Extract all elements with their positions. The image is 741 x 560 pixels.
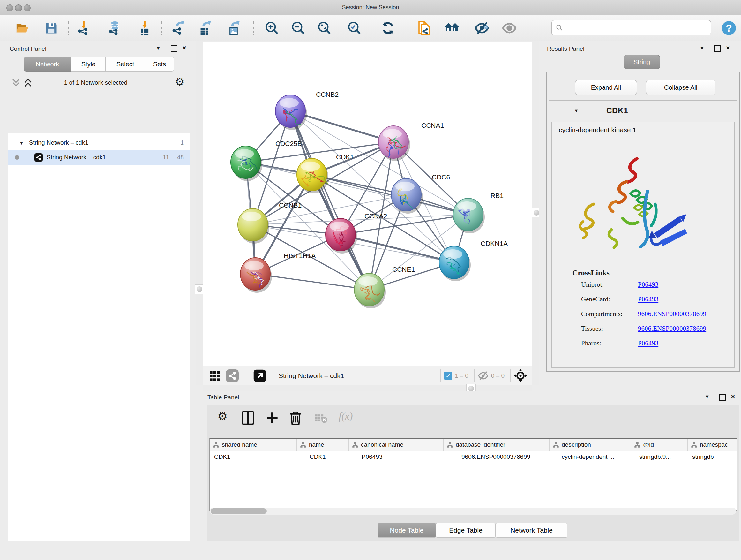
network-node-CCNB1[interactable]: CCNB1	[238, 201, 301, 244]
table-cell[interactable]: stringdb	[688, 451, 737, 463]
tab-network[interactable]: Network	[23, 57, 71, 71]
table-panel-float-button[interactable]: ▼	[704, 394, 710, 400]
network-node-CCNA2[interactable]: CCNA2	[326, 212, 387, 253]
network-view-toolbar: String Network – cdk1 ✓ 1 – 0 0 – 0	[203, 366, 532, 385]
search-input[interactable]	[563, 24, 705, 32]
zoom-fit-button[interactable]	[316, 20, 333, 37]
results-panel-close-button[interactable]: ×	[726, 45, 730, 51]
table-panel-maximize-button[interactable]	[719, 394, 726, 401]
network-node-CDC25B[interactable]: CDC25B	[231, 140, 302, 181]
network-node-CCNE1[interactable]: CCNE1	[354, 266, 415, 308]
zoom-in-button[interactable]	[264, 20, 280, 37]
network-node-RB1[interactable]: RB1	[453, 192, 503, 233]
control-panel-close-button[interactable]: ×	[183, 45, 186, 51]
save-session-button[interactable]	[43, 20, 60, 37]
network-options-gear-icon[interactable]: ⚙	[175, 75, 185, 88]
chevron-double-up-icon	[23, 78, 32, 87]
show-columns-icon[interactable]	[242, 411, 254, 425]
crosslink-value[interactable]: 9606.ENSP00000378699	[638, 310, 706, 318]
collection-label: String Network – cdk1	[29, 139, 88, 146]
table-gear-icon[interactable]: ⚙	[217, 410, 227, 423]
open-session-button[interactable]	[14, 20, 31, 37]
export-image-button[interactable]	[225, 20, 242, 37]
expand-all-networks-button[interactable]	[23, 78, 32, 89]
selected-checkbox[interactable]: ✓	[444, 372, 452, 380]
delete-column-icon[interactable]	[289, 410, 301, 425]
collapse-gene-icon[interactable]: ▼	[574, 108, 579, 114]
export-table-button[interactable]	[197, 20, 213, 37]
column-header[interactable]: database identifier	[444, 439, 549, 451]
string-import-button[interactable]	[416, 20, 432, 37]
tab-sets[interactable]: Sets	[145, 57, 174, 71]
results-panel-maximize-button[interactable]	[714, 45, 721, 52]
column-type-icon	[213, 442, 219, 448]
network-node-CDK1[interactable]: CDK1	[297, 153, 354, 193]
network-canvas[interactable]: CCNB2CCNA1CDC25BCDK1CDC6RB1CCNB1CCNA2CDK…	[203, 42, 532, 366]
table-cell[interactable]: 9606.ENSP00000378699	[444, 451, 549, 463]
network-collection-row[interactable]: ▼ String Network – cdk1 1	[8, 135, 190, 150]
table-cell[interactable]: cyclin-dependent ...	[549, 451, 631, 463]
left-splitter[interactable]	[196, 41, 203, 385]
right-splitter[interactable]	[532, 41, 539, 385]
open-in-new-window-icon[interactable]	[253, 369, 266, 382]
column-header[interactable]: shared name	[210, 439, 297, 451]
zoom-selected-icon	[347, 21, 362, 36]
crosslink-value[interactable]: 9606.ENSP00000378699	[638, 325, 706, 333]
collapse-all-networks-button[interactable]	[11, 78, 20, 89]
tab-network-table[interactable]: Network Table	[495, 523, 567, 538]
separator	[474, 369, 475, 382]
table-hscrollbar-thumb[interactable]	[211, 508, 267, 514]
table-cell[interactable]: CDK1	[297, 451, 349, 463]
results-panel-float-button[interactable]: ▼	[699, 45, 704, 51]
table-cell[interactable]: P06493	[349, 451, 444, 463]
column-header[interactable]: name	[297, 439, 349, 451]
tab-select[interactable]: Select	[106, 57, 145, 71]
horizontal-splitter[interactable]	[203, 385, 532, 391]
search-icon	[556, 24, 563, 32]
table-hscrollbar-track[interactable]	[210, 508, 736, 515]
add-column-icon[interactable]	[266, 412, 279, 424]
fit-content-crosshair-icon[interactable]	[514, 369, 527, 382]
table-panel-close-button[interactable]: ×	[731, 393, 735, 400]
network-node-CDKN1A[interactable]: CDKN1A	[439, 240, 508, 281]
network-row-selected[interactable]: String Network – cdk1 11 48	[8, 150, 190, 165]
import-database-button[interactable]	[107, 20, 123, 37]
table-cell[interactable]: CDK1	[210, 451, 297, 463]
crosslink-value[interactable]: P06493	[638, 295, 658, 303]
column-header[interactable]: canonical name	[349, 439, 444, 451]
control-panel-maximize-button[interactable]	[171, 45, 178, 52]
open-session-icon	[15, 21, 30, 36]
edge-count: 48	[177, 154, 184, 161]
import-table-button[interactable]	[137, 20, 153, 37]
export-table-icon	[198, 21, 212, 36]
column-header[interactable]: @id	[631, 439, 688, 451]
collection-expand-icon[interactable]: ▼	[19, 140, 24, 145]
network-node-CCNB2[interactable]: CCNB2	[275, 91, 339, 130]
expand-all-button[interactable]: Expand All	[575, 80, 637, 95]
crosslink-value[interactable]: P06493	[638, 339, 658, 348]
tab-string[interactable]: String	[623, 55, 660, 69]
column-header[interactable]: description	[549, 439, 631, 451]
tab-node-table[interactable]: Node Table	[378, 523, 436, 538]
show-all-button[interactable]	[501, 20, 518, 37]
tab-edge-table[interactable]: Edge Table	[436, 523, 495, 538]
network-node-CCNA1[interactable]: CCNA1	[379, 122, 444, 161]
zoom-out-button[interactable]	[290, 20, 307, 37]
home-button[interactable]	[444, 20, 460, 37]
import-network-button[interactable]	[76, 20, 92, 37]
export-network-button[interactable]	[170, 20, 187, 37]
network-share-toggle-icon[interactable]	[226, 369, 239, 382]
help-button[interactable]: ?	[721, 20, 737, 37]
network-node-HIST1H1A[interactable]: HIST1H1A	[240, 252, 316, 293]
table-cell[interactable]: stringdb:9...	[631, 451, 688, 463]
zoom-selected-button[interactable]	[346, 20, 363, 37]
tab-style[interactable]: Style	[71, 57, 106, 71]
refresh-button[interactable]	[380, 20, 396, 37]
birdseye-grid-icon[interactable]	[209, 369, 221, 382]
collapse-all-button[interactable]: Collapse All	[646, 80, 716, 95]
hide-selected-button[interactable]	[474, 20, 490, 37]
control-panel-float-button[interactable]: ▼	[156, 45, 161, 51]
column-header[interactable]: namespac	[688, 439, 737, 451]
crosslink-value[interactable]: P06493	[638, 281, 658, 289]
gene-header[interactable]: ▼ CDK1	[549, 102, 737, 120]
